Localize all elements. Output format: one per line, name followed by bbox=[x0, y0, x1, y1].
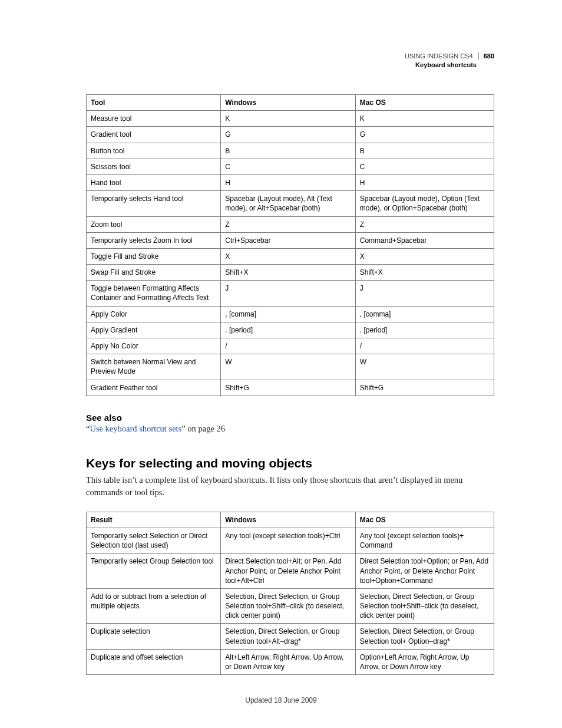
table-cell: Selection, Direct Selection, or Group Se… bbox=[355, 588, 494, 624]
table-cell: Shift+X bbox=[221, 265, 355, 281]
table-row: Toggle between Formatting Affects Contai… bbox=[87, 281, 494, 306]
table-cell: , [comma] bbox=[221, 306, 355, 322]
table-cell: B bbox=[355, 143, 494, 159]
doc-title: USING INDESIGN CS4 bbox=[405, 52, 473, 60]
table-cell: H bbox=[221, 174, 355, 190]
table-cell: Shift+X bbox=[355, 265, 494, 281]
table-cell: K bbox=[355, 111, 494, 127]
col-macos: Mac OS bbox=[355, 95, 494, 111]
table-cell: Measure tool bbox=[87, 111, 221, 127]
table-cell: Spacebar (Layout mode), Option (Text mod… bbox=[355, 191, 494, 216]
table-row: Apply Gradient. [period]. [period] bbox=[87, 322, 494, 338]
table-cell: J bbox=[221, 281, 355, 306]
table-cell: Spacebar (Layout mode), Alt (Text mode),… bbox=[221, 191, 355, 216]
table-cell: . [period] bbox=[221, 322, 355, 338]
table-cell: Temporarily selects Zoom In tool bbox=[87, 232, 221, 248]
table-cell: Add to or subtract from a selection of m… bbox=[87, 588, 221, 624]
section-name: Keyboard shortcuts bbox=[405, 61, 494, 70]
table-cell: Button tool bbox=[87, 143, 221, 159]
table-cell: Apply Color bbox=[87, 306, 221, 322]
table-cell: , [comma] bbox=[355, 306, 494, 322]
see-also-suffix: ” on page 26 bbox=[181, 424, 225, 433]
col-windows: Windows bbox=[221, 95, 355, 111]
table-row: Measure toolKK bbox=[87, 111, 494, 127]
table-cell: Direct Selection tool+Option; or Pen, Ad… bbox=[355, 554, 494, 589]
table-cell: Duplicate and offset selection bbox=[87, 649, 221, 674]
table-cell: B bbox=[221, 143, 355, 159]
table-row: Hand toolHH bbox=[87, 174, 494, 190]
table-cell: / bbox=[355, 338, 494, 354]
content: Tool Windows Mac OS Measure toolKKGradie… bbox=[86, 52, 494, 675]
table-cell: W bbox=[355, 354, 494, 380]
see-also-link[interactable]: Use keyboard shortcut sets bbox=[90, 424, 181, 433]
table-cell: G bbox=[355, 127, 494, 143]
table-row: Temporarily select Selection or Direct S… bbox=[87, 528, 494, 553]
table-cell: Duplicate selection bbox=[87, 624, 221, 649]
table-cell: Any tool (except selection tools)+ Comma… bbox=[355, 528, 494, 553]
col-macos: Mac OS bbox=[355, 512, 494, 528]
table-cell: H bbox=[355, 174, 494, 190]
table-cell: Direct Selection tool+Alt; or Pen, Add A… bbox=[221, 554, 355, 589]
table-row: Toggle Fill and StrokeXX bbox=[87, 248, 494, 264]
section-heading: Keys for selecting and moving objects bbox=[86, 456, 494, 470]
selecting-moving-table: Result Windows Mac OS Temporarily select… bbox=[86, 512, 494, 675]
table-cell: Toggle between Formatting Affects Contai… bbox=[87, 281, 221, 306]
table-cell: J bbox=[355, 281, 494, 306]
col-windows: Windows bbox=[221, 512, 355, 528]
table-row: Duplicate selectionSelection, Direct Sel… bbox=[87, 624, 494, 649]
table-cell: C bbox=[355, 159, 494, 174]
table-row: Button toolBB bbox=[87, 143, 494, 159]
table-cell: Z bbox=[355, 216, 494, 232]
table-header-row: Result Windows Mac OS bbox=[87, 512, 494, 528]
table-row: Add to or subtract from a selection of m… bbox=[87, 588, 494, 624]
table-cell: X bbox=[221, 248, 355, 264]
table-cell: X bbox=[355, 248, 494, 264]
page-number: 680 bbox=[478, 52, 494, 60]
table-cell: G bbox=[221, 127, 355, 143]
table-cell: Swap Fill and Stroke bbox=[87, 265, 221, 281]
page: USING INDESIGN CS4 680 Keyboard shortcut… bbox=[0, 0, 562, 728]
running-header: USING INDESIGN CS4 680 Keyboard shortcut… bbox=[405, 52, 494, 70]
table-cell: Selection, Direct Selection, or Group Se… bbox=[355, 624, 494, 649]
table-cell: . [period] bbox=[355, 322, 494, 338]
table-row: Scissors toolCC bbox=[87, 159, 494, 174]
see-also-line: “Use keyboard shortcut sets” on page 26 bbox=[86, 424, 494, 434]
table-cell: Zoom tool bbox=[87, 216, 221, 232]
table-header-row: Tool Windows Mac OS bbox=[87, 95, 494, 111]
table-row: Temporarily selects Hand toolSpacebar (L… bbox=[87, 191, 494, 216]
table-cell: Apply No Color bbox=[87, 338, 221, 354]
table-cell: Gradient Feather tool bbox=[87, 380, 221, 396]
footer-updated: Updated 18 June 2009 bbox=[0, 696, 562, 704]
col-result: Result bbox=[87, 512, 221, 528]
table-row: Gradient Feather toolShift+GShift+G bbox=[87, 380, 494, 396]
table-cell: Selection, Direct Selection, or Group Se… bbox=[221, 624, 355, 649]
table-row: Temporarily selects Zoom In toolCtrl+Spa… bbox=[87, 232, 494, 248]
table-row: Gradient toolGG bbox=[87, 127, 494, 143]
tools-shortcut-table: Tool Windows Mac OS Measure toolKKGradie… bbox=[86, 94, 494, 396]
table-cell: Shift+G bbox=[221, 380, 355, 396]
table-cell: K bbox=[221, 111, 355, 127]
table-row: Apply No Color// bbox=[87, 338, 494, 354]
table-cell: Temporarily selects Hand tool bbox=[87, 191, 221, 216]
table-cell: Ctrl+Spacebar bbox=[221, 232, 355, 248]
table-cell: / bbox=[221, 338, 355, 354]
doc-title-line: USING INDESIGN CS4 680 bbox=[405, 52, 494, 61]
table-cell: Apply Gradient bbox=[87, 322, 221, 338]
section-intro: This table isn’t a complete list of keyb… bbox=[86, 474, 494, 499]
table-row: Zoom toolZZ bbox=[87, 216, 494, 232]
col-tool: Tool bbox=[87, 95, 221, 111]
table-cell: Option+Left Arrow, Right Arrow, Up Arrow… bbox=[355, 649, 494, 674]
table-cell: W bbox=[221, 354, 355, 380]
table-cell: Hand tool bbox=[87, 174, 221, 190]
table-row: Temporarily select Group Selection toolD… bbox=[87, 554, 494, 589]
table-cell: Z bbox=[221, 216, 355, 232]
table-row: Apply Color, [comma], [comma] bbox=[87, 306, 494, 322]
table-row: Switch between Normal View and Preview M… bbox=[87, 354, 494, 380]
table-cell: Selection, Direct Selection, or Group Se… bbox=[221, 588, 355, 624]
table-row: Swap Fill and StrokeShift+XShift+X bbox=[87, 265, 494, 281]
table-row: Duplicate and offset selectionAlt+Left A… bbox=[87, 649, 494, 674]
table-cell: Any tool (except selection tools)+Ctrl bbox=[221, 528, 355, 553]
table-cell: Temporarily select Selection or Direct S… bbox=[87, 528, 221, 553]
table-cell: Temporarily select Group Selection tool bbox=[87, 554, 221, 589]
see-also-heading: See also bbox=[86, 413, 494, 423]
